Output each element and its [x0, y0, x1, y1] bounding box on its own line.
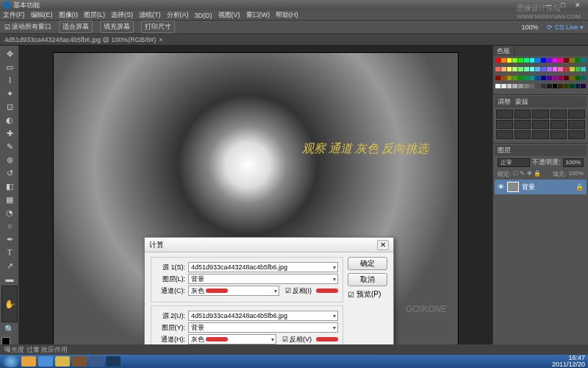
invert1-check[interactable]: 反相(I) — [285, 286, 312, 296]
swatch[interactable] — [512, 67, 517, 71]
swatch[interactable] — [495, 84, 501, 88]
swatch[interactable] — [518, 76, 523, 80]
history-brush-tool[interactable]: ↺ — [1, 166, 18, 180]
swatch[interactable] — [535, 67, 540, 71]
eyedrop-tool[interactable]: ◐ — [1, 113, 18, 127]
swatch[interactable] — [524, 84, 529, 88]
adj-icon[interactable] — [568, 120, 585, 129]
close-icon[interactable]: ✕ — [377, 240, 389, 250]
menu-help[interactable]: 帮助(H) — [276, 10, 298, 20]
swatch[interactable] — [541, 76, 546, 80]
swatch[interactable] — [564, 67, 569, 71]
menu-select[interactable]: 选择(S) — [111, 10, 133, 20]
swatch[interactable] — [518, 67, 523, 71]
taskbar-icon[interactable] — [72, 356, 87, 367]
swatch[interactable] — [495, 67, 501, 71]
swatch[interactable] — [530, 58, 535, 63]
swatch[interactable] — [553, 84, 558, 88]
visibility-icon[interactable]: 👁 — [498, 183, 504, 191]
dialog-titlebar[interactable]: 计算 ✕ — [145, 238, 393, 252]
swatch[interactable] — [553, 58, 558, 63]
swatch[interactable] — [507, 67, 512, 71]
swatch[interactable] — [507, 58, 512, 63]
swatch[interactable] — [570, 67, 575, 71]
swatch[interactable] — [535, 58, 540, 63]
swatch[interactable] — [581, 67, 586, 71]
adj-icon[interactable] — [514, 110, 531, 118]
swatch[interactable] — [570, 84, 575, 88]
invert2-check[interactable]: 反相(V) — [282, 335, 312, 344]
option-scroll-all[interactable]: 滚动所有窗口 — [4, 22, 51, 32]
adj-icon[interactable] — [551, 110, 567, 118]
brush-tool[interactable]: ✎ — [1, 140, 18, 153]
swatch[interactable] — [501, 76, 506, 80]
swatch[interactable] — [553, 67, 558, 71]
marquee-tool[interactable]: ▭ — [1, 60, 18, 74]
eraser-tool[interactable]: ◧ — [1, 180, 18, 193]
swatch[interactable] — [512, 76, 517, 80]
swatch[interactable] — [501, 84, 506, 88]
swatch[interactable] — [518, 58, 523, 63]
swatch[interactable] — [558, 67, 563, 71]
swatch[interactable] — [524, 58, 529, 63]
taskbar-icon[interactable] — [89, 356, 104, 367]
gradient-tool[interactable]: ▦ — [1, 193, 18, 206]
swatches-tab[interactable]: 色板 — [493, 46, 514, 56]
adj-icon[interactable] — [551, 130, 567, 139]
swatch[interactable] — [581, 76, 586, 80]
swatch[interactable] — [501, 67, 506, 71]
swatch[interactable] — [558, 58, 563, 63]
src2-select[interactable]: 4d51d933ca443248ac4b5fb6.jpg — [188, 311, 338, 321]
adj-icon[interactable] — [496, 120, 513, 129]
swatch[interactable] — [570, 58, 575, 63]
ok-button[interactable]: 确定 — [348, 257, 387, 270]
swatch[interactable] — [570, 76, 575, 80]
taskbar-icon[interactable] — [21, 356, 36, 367]
adj-icon[interactable] — [532, 110, 549, 118]
menu-window[interactable]: 窗口(W) — [246, 10, 270, 20]
document-tab[interactable]: 4d51d933ca443248ac4b5fb6.jpg @ 100%(RGB/… — [0, 34, 588, 46]
adj-icon[interactable] — [514, 120, 531, 129]
swatch[interactable] — [507, 76, 512, 80]
heal-tool[interactable]: ✚ — [1, 127, 18, 140]
swatch[interactable] — [512, 84, 517, 88]
channel2-select[interactable]: 灰色 — [188, 334, 276, 344]
menu-view[interactable]: 视图(V) — [218, 10, 240, 20]
layer2-select[interactable]: 背景 — [188, 322, 338, 333]
swatch[interactable] — [541, 58, 546, 63]
lasso-tool[interactable]: ⌇ — [1, 74, 18, 87]
swatch[interactable] — [541, 84, 546, 88]
zoom-tool[interactable]: 🔍 — [1, 322, 18, 336]
swatch[interactable] — [581, 58, 586, 63]
adj-icon[interactable] — [568, 130, 585, 139]
swatch[interactable] — [576, 58, 581, 63]
crop-tool[interactable]: ⊡ — [1, 100, 18, 113]
adj-icon[interactable] — [532, 120, 549, 129]
swatch[interactable] — [530, 84, 535, 88]
swatch[interactable] — [535, 84, 540, 88]
mask-tab[interactable]: 蒙版 — [515, 97, 528, 107]
pen-tool[interactable]: ✒ — [1, 233, 18, 246]
swatch[interactable] — [495, 76, 501, 80]
type-tool[interactable]: T — [1, 246, 18, 259]
adj-icon[interactable] — [551, 120, 567, 129]
path-tool[interactable]: ↗ — [1, 259, 18, 272]
adj-icon[interactable] — [496, 130, 513, 139]
blend-mode-select[interactable]: 正常 — [498, 158, 530, 167]
layer-row[interactable]: 👁 背景 🔒 — [495, 180, 587, 194]
swatch[interactable] — [518, 84, 523, 88]
swatch[interactable] — [558, 76, 563, 80]
cslive[interactable]: ⟳ CS Live ▾ — [547, 24, 584, 31]
swatch[interactable] — [564, 76, 569, 80]
swatch[interactable] — [576, 67, 581, 71]
taskbar-clock[interactable]: 16:472011/12/20 — [552, 355, 585, 368]
swatch[interactable] — [564, 58, 569, 63]
swatch[interactable] — [576, 76, 581, 80]
swatch[interactable] — [541, 67, 546, 71]
menu-filter[interactable]: 滤镜(T) — [139, 10, 161, 20]
swatch[interactable] — [547, 84, 552, 88]
swatch[interactable] — [553, 76, 558, 80]
adj-icon[interactable] — [568, 110, 585, 118]
channel1-select[interactable]: 灰色 — [188, 286, 279, 296]
option-actual[interactable]: 填充屏幕 — [100, 21, 134, 33]
